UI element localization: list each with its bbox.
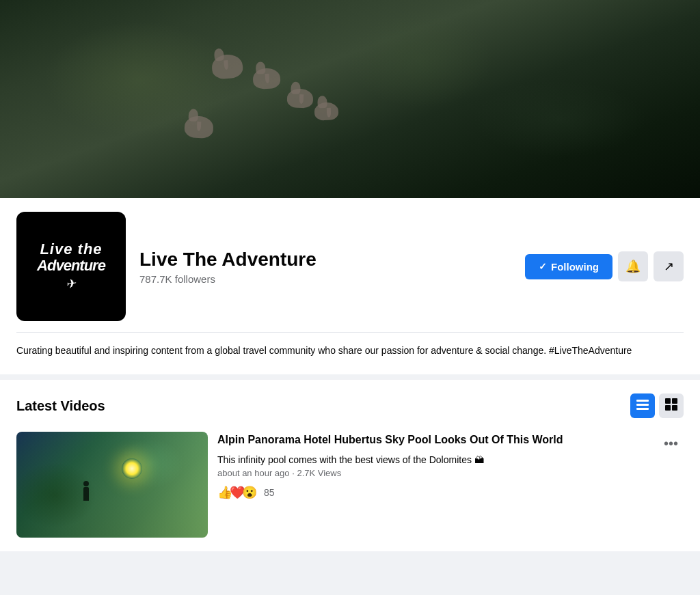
profile-top: Live the Adventure ✈ Live The Adventure …: [16, 212, 684, 321]
videos-section-title: Latest Videos: [16, 398, 105, 414]
video-meta: about an hour ago · 2.7K Views: [217, 468, 684, 478]
followers-count: 787.7K followers: [139, 273, 511, 285]
thumb-overlay: [16, 432, 208, 538]
check-icon: ✓: [539, 261, 547, 272]
view-toggle: [630, 393, 684, 418]
thumb-sun: [122, 458, 142, 479]
elephant-silhouette-2: [252, 68, 281, 89]
cover-photo: [0, 0, 700, 198]
logo-plane-icon: ✈: [36, 273, 106, 298]
video-reactions: 👍 ❤️ 😮 85: [217, 485, 684, 500]
elephant-silhouette-4: [314, 102, 339, 120]
svg-rect-6: [672, 405, 677, 411]
svg-rect-5: [665, 405, 671, 411]
video-list-item: Alpin Panorama Hotel Hubertus Sky Pool L…: [16, 432, 684, 538]
list-icon: [636, 398, 649, 413]
grid-view-button[interactable]: [659, 393, 684, 418]
svg-rect-2: [636, 408, 649, 410]
divider: [16, 332, 684, 333]
bell-icon: 🔔: [625, 259, 641, 274]
page-name: Live The Adventure: [139, 249, 511, 271]
reaction-icons: 👍 ❤️ 😮: [217, 485, 254, 500]
video-subtitle: This infinity pool comes with the best v…: [217, 454, 684, 465]
video-thumbnail[interactable]: [16, 432, 208, 538]
profile-actions: ✓ Following 🔔 ↗: [525, 251, 684, 281]
share-icon: ↗: [664, 259, 674, 274]
svg-rect-4: [672, 398, 677, 404]
wow-reaction-icon: 😮: [242, 485, 257, 500]
list-view-button[interactable]: [630, 393, 655, 418]
following-label: Following: [551, 261, 599, 273]
svg-rect-3: [665, 398, 671, 404]
page-logo: Live the Adventure ✈: [16, 212, 126, 321]
svg-rect-0: [636, 400, 649, 402]
video-subtitle-text: This infinity pool comes with the best v…: [217, 454, 484, 465]
video-title[interactable]: Alpin Panorama Hotel Hubertus Sky Pool L…: [217, 433, 563, 447]
video-views: 2.7K Views: [297, 468, 341, 478]
following-button[interactable]: ✓ Following: [525, 254, 612, 279]
page-description: Curating beautiful and inspiring content…: [16, 344, 684, 358]
thumb-person: [83, 487, 89, 501]
logo-adventure: Adventure: [37, 258, 105, 274]
video-timestamp: about an hour ago: [217, 468, 290, 478]
notification-button[interactable]: 🔔: [618, 251, 648, 281]
videos-header: Latest Videos: [16, 393, 684, 418]
video-more-button[interactable]: •••: [658, 433, 684, 454]
cover-overlay: [0, 0, 700, 198]
svg-rect-1: [636, 404, 649, 406]
logo-live: Live the: [37, 241, 105, 258]
video-info: Alpin Panorama Hotel Hubertus Sky Pool L…: [217, 432, 684, 500]
videos-section: Latest Videos: [0, 380, 700, 551]
reaction-count: 85: [264, 487, 275, 498]
logo-text: Live the Adventure ✈: [37, 241, 105, 292]
grid-icon: [665, 398, 677, 413]
profile-info: Live The Adventure 787.7K followers: [139, 249, 511, 285]
profile-card: Live the Adventure ✈ Live The Adventure …: [0, 198, 700, 374]
elephant-silhouette-3: [287, 88, 314, 108]
share-button[interactable]: ↗: [654, 251, 684, 281]
